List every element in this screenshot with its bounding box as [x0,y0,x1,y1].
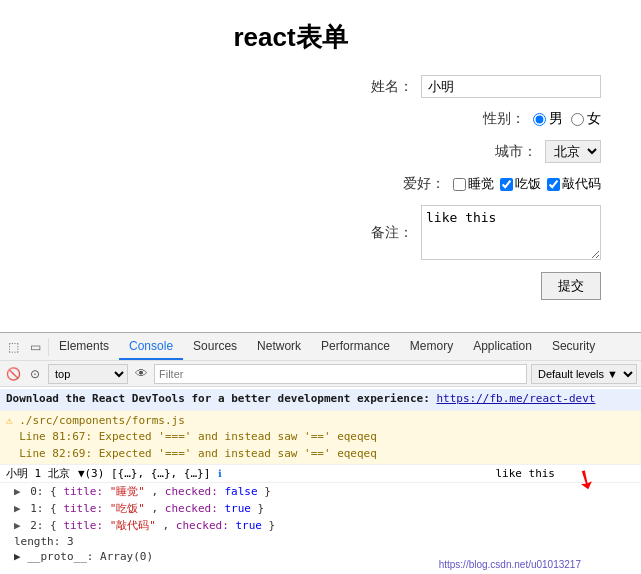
expand-arrow-1[interactable]: ▶ [14,502,27,515]
notes-label: 备注： [371,224,413,242]
tab-sources[interactable]: Sources [183,333,247,360]
city-select[interactable]: 北京 上海 广州 [545,140,601,163]
gender-female-label[interactable]: 女 [571,110,601,128]
console-clear-button[interactable]: 🚫 [4,365,22,383]
output-values: 小明 1 北京 [6,466,70,481]
hobby-row: 爱好： 睡觉 吃饭 敲代码 [30,175,611,193]
tree-item-1: ▶ 1: { title: "吃饭" , checked: true } [0,500,641,517]
tree-index-1: 1: { [30,502,57,515]
hobby-code-checkbox[interactable] [547,178,560,191]
notes-row: 备注： like this [30,205,611,260]
hobby-code-text: 敲代码 [562,175,601,193]
gender-female-radio[interactable] [571,113,584,126]
tree-item-0: ▶ 0: { title: "睡觉" , checked: false } [0,483,641,500]
output-content: 小明 1 北京 ▼(3) [{…}, {…}, {…}] ℹ like this… [6,466,635,481]
hobby-sleep-label[interactable]: 睡觉 [453,175,494,193]
gender-male-label[interactable]: 男 [533,110,563,128]
watermark-link: https://blog.csdn.net/u01013217 [439,559,581,570]
gender-radio-group: 男 女 [533,110,601,128]
tree-length-text: length: 3 [14,535,74,548]
tree-sep-1: , [152,502,165,515]
warning-line1: Line 81:67: Expected '===' and instead s… [6,430,377,443]
city-label: 城市： [495,143,537,161]
devtools-link[interactable]: https://fb.me/react-devt [436,392,595,405]
tree-key-title-1: title: [63,502,109,515]
info-message-text: Download the React DevTools for a better… [6,392,436,405]
hobby-sleep-checkbox[interactable] [453,178,466,191]
tree-key-title-2: title: [63,519,109,532]
name-row: 姓名： [30,75,611,98]
console-content: Download the React DevTools for a better… [0,387,641,572]
console-toolbar: 🚫 ⊙ top 👁 Default levels ▼ [0,361,641,387]
hobby-checkbox-group: 睡觉 吃饭 敲代码 [453,175,601,193]
console-info-line: Download the React DevTools for a better… [0,389,641,411]
tree-sep-2: , [163,519,176,532]
devtools-toolbar: ⬚ ▭ Elements Console Sources Network Per… [0,333,641,361]
tree-length: length: 3 [0,534,641,549]
tree-key-checked-2: checked: [176,519,236,532]
main-content: react表单 姓名： 性别： 男 女 城市： 北京 上海 广州 爱好： [0,0,641,332]
city-row: 城市： 北京 上海 广州 [30,140,611,163]
submit-row: 提交 [30,272,611,300]
gender-male-text: 男 [549,110,563,128]
output-array-summary: ▼(3) [{…}, {…}, {…}] [78,467,210,480]
tab-security[interactable]: Security [542,333,605,360]
hobby-code-label[interactable]: 敲代码 [547,175,601,193]
tab-memory[interactable]: Memory [400,333,463,360]
eye-icon[interactable]: 👁 [132,365,150,383]
gender-female-text: 女 [587,110,601,128]
gender-row: 性别： 男 女 [30,110,611,128]
tree-key-title-0: title: [63,485,109,498]
console-context-select[interactable]: top [48,364,128,384]
devtools-tabs: Elements Console Sources Network Perform… [49,333,605,360]
tab-console[interactable]: Console [119,333,183,360]
console-filter-input[interactable] [154,364,527,384]
tree-checked-value-1: true [224,502,251,515]
tree-close-0: } [264,485,271,498]
warning-line2: Line 82:69: Expected '===' and instead s… [6,447,377,460]
device-toggle-icon[interactable]: ▭ [26,338,44,356]
tree-checked-value-0: false [224,485,257,498]
tree-sep-0: , [152,485,165,498]
tree-index-0: 0: { [30,485,57,498]
name-label: 姓名： [371,78,413,96]
page-title: react表单 [30,20,611,55]
tree-index-2: 2: { [30,519,57,532]
name-input[interactable] [421,75,601,98]
tree-key-checked-0: checked: [165,485,225,498]
warning-file: ./src/components/forms.js [19,414,185,427]
expand-arrow-0[interactable]: ▶ [14,485,27,498]
tree-title-value-1: "吃饭" [110,502,145,515]
gender-male-radio[interactable] [533,113,546,126]
tree-close-2: } [269,519,276,532]
console-output-row: 小明 1 北京 ▼(3) [{…}, {…}, {…}] ℹ like this… [0,465,641,483]
info-icon: ℹ [218,468,222,479]
console-settings-button[interactable]: ⊙ [26,365,44,383]
tree-title-value-2: "敲代码" [110,519,156,532]
hobby-eat-label[interactable]: 吃饭 [500,175,541,193]
console-level-select[interactable]: Default levels ▼ [531,364,637,384]
submit-button[interactable]: 提交 [541,272,601,300]
tab-application[interactable]: Application [463,333,542,360]
tree-close-1: } [258,502,265,515]
devtools-panel: ⬚ ▭ Elements Console Sources Network Per… [0,332,641,572]
expand-arrow-2[interactable]: ▶ [14,519,27,532]
inspect-element-icon[interactable]: ⬚ [4,338,22,356]
console-warning-line: ⚠ ./src/components/forms.js Line 81:67: … [0,411,641,466]
hobby-eat-checkbox[interactable] [500,178,513,191]
tab-network[interactable]: Network [247,333,311,360]
tab-elements[interactable]: Elements [49,333,119,360]
tree-title-value-0: "睡觉" [110,485,145,498]
hobby-eat-text: 吃饭 [515,175,541,193]
hobby-sleep-text: 睡觉 [468,175,494,193]
gender-label: 性别： [483,110,525,128]
devtools: ⬚ ▭ Elements Console Sources Network Per… [0,332,641,572]
like-this-output: like this [495,467,635,480]
tree-proto-text: ▶ __proto__: Array(0) [14,550,153,563]
tree-key-checked-1: checked: [165,502,225,515]
hobby-label: 爱好： [403,175,445,193]
notes-textarea[interactable]: like this [421,205,601,260]
tree-item-2: ▶ 2: { title: "敲代码" , checked: true } [0,517,641,534]
tree-checked-value-2: true [235,519,262,532]
tab-performance[interactable]: Performance [311,333,400,360]
